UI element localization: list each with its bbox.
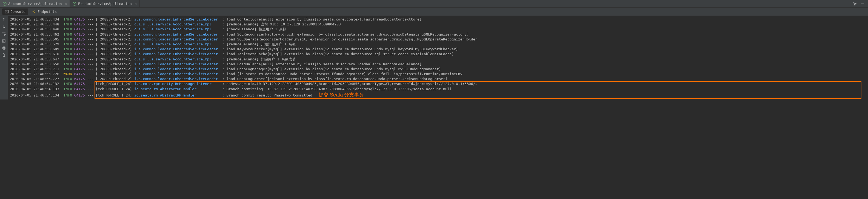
- scroll-down-icon[interactable]: [2, 25, 6, 29]
- soft-wrap-icon[interactable]: [2, 32, 6, 36]
- log-line: 2020-04-05 21:46:53.448 INFO 64175 --- […: [10, 27, 866, 32]
- log-line: 2020-04-05 21:46:53.448 INFO 64175 --- […: [10, 22, 866, 27]
- log-line: 2020-04-05 21:46:54.134 INFO 64175 --- […: [10, 91, 866, 98]
- log-line: 2020-04-05 21:46:53.462 INFO 64175 --- […: [10, 32, 866, 37]
- console-gutter: [0, 16, 8, 100]
- close-icon[interactable]: ×: [134, 2, 137, 6]
- sub-tab-label: Console: [10, 9, 26, 14]
- sub-tab-endpoints[interactable]: Endpoints: [29, 8, 59, 15]
- log-line: 2020-04-05 21:46:53.650 INFO 64175 --- […: [10, 62, 866, 67]
- gear-icon[interactable]: [852, 2, 857, 6]
- spring-boot-icon: [72, 2, 76, 6]
- sub-tab-label: Endpoints: [37, 9, 57, 14]
- minimize-icon[interactable]: [860, 2, 865, 6]
- svg-point-5: [33, 11, 34, 12]
- console-icon: [5, 10, 9, 14]
- log-line: 2020-04-05 21:46:53.434 INFO 64175 --- […: [10, 17, 866, 22]
- log-line: 2020-04-05 21:46:54.133 INFO 64175 --- […: [10, 87, 866, 91]
- print-icon[interactable]: [2, 46, 6, 50]
- svg-rect-4: [5, 10, 8, 13]
- scroll-up-icon[interactable]: [2, 17, 6, 22]
- svg-point-7: [34, 12, 36, 13]
- run-tab-bar: AccountServiceApplication × ProductServi…: [0, 0, 868, 8]
- svg-rect-9: [3, 47, 5, 47]
- spring-boot-icon: [3, 2, 7, 6]
- tab-product-service[interactable]: ProductServiceApplication ×: [70, 0, 140, 7]
- close-icon[interactable]: ×: [65, 2, 67, 6]
- log-line: 2020-04-05 21:46:53.610 INFO 64175 --- […: [10, 52, 866, 56]
- log-line: 2020-04-05 21:46:54.132 INFO 64175 --- […: [10, 81, 866, 86]
- log-line: 2020-04-05 21:46:53.711 INFO 64175 --- […: [10, 67, 866, 72]
- svg-rect-3: [861, 4, 864, 4]
- tab-label: AccountServiceApplication: [8, 2, 62, 6]
- log-line: 2020-04-05 21:46:53.529 INFO 64175 --- […: [10, 42, 866, 47]
- svg-point-6: [34, 10, 36, 11]
- svg-point-2: [854, 3, 856, 4]
- log-line: 2020-04-05 21:46:53.726 WARN 64175 --- […: [10, 72, 866, 77]
- log-line: 2020-04-05 21:46:53.505 INFO 64175 --- […: [10, 37, 866, 42]
- sub-tab-console[interactable]: Console: [2, 8, 28, 15]
- endpoints-icon: [32, 10, 36, 14]
- tab-account-service[interactable]: AccountServiceApplication ×: [0, 0, 70, 7]
- console-output[interactable]: 2020-04-05 21:46:53.434 INFO 64175 --- […: [8, 16, 868, 100]
- log-line: 2020-04-05 21:46:53.727 INFO 64175 --- […: [10, 77, 866, 81]
- tool-window-tabs: Console Endpoints: [0, 8, 868, 16]
- scroll-to-end-icon[interactable]: [2, 39, 6, 43]
- tab-label: ProductServiceApplication: [78, 2, 132, 6]
- log-line: 2020-04-05 21:46:53.609 INFO 64175 --- […: [10, 47, 866, 52]
- log-line: 2020-04-05 21:46:53.647 INFO 64175 --- […: [10, 57, 866, 62]
- delete-icon[interactable]: [2, 53, 6, 57]
